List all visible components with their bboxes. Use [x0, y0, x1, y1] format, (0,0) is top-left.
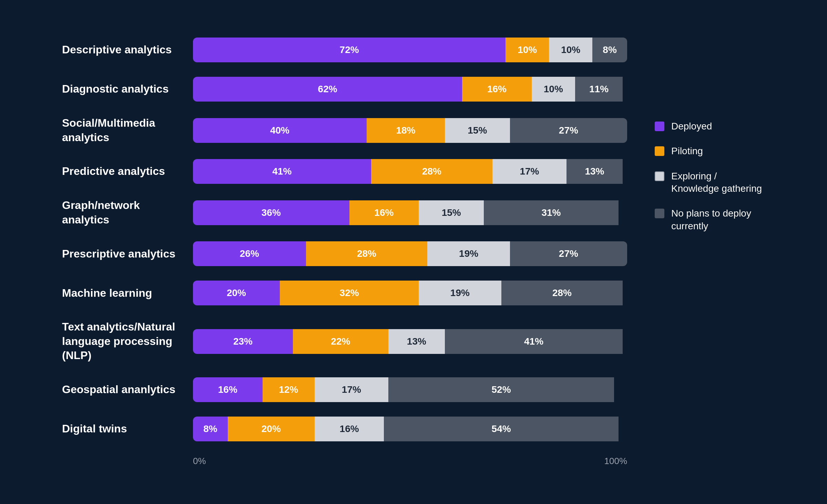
bar-segment: 19%	[427, 241, 510, 266]
row-label: Predictive analytics	[62, 164, 193, 179]
bar-segment: 20%	[193, 281, 280, 305]
bar-segment: 27%	[510, 241, 627, 266]
bar-segment: 28%	[306, 241, 428, 266]
legend-label: No plans to deploy currently	[671, 207, 765, 232]
bar-segment: 26%	[193, 241, 306, 266]
chart-row: Predictive analytics41%28%17%13%	[62, 159, 627, 184]
chart-row: Prescriptive analytics26%28%19%27%	[62, 241, 627, 266]
legend: DeployedPilotingExploring / Knowledge ga…	[655, 38, 765, 232]
bar-segment: 13%	[388, 329, 445, 354]
bar-wrapper: 62%16%10%11%	[193, 77, 627, 102]
chart-row: Graph/network analytics36%16%15%31%	[62, 198, 627, 227]
bar-segment: 8%	[592, 38, 627, 62]
bar-segment: 16%	[315, 417, 384, 441]
row-label: Prescriptive analytics	[62, 247, 193, 261]
chart-row: Digital twins8%20%16%54%	[62, 417, 627, 441]
bar-wrapper: 23%22%13%41%	[193, 329, 627, 354]
legend-item: No plans to deploy currently	[655, 207, 765, 232]
bar-segment: 23%	[193, 329, 293, 354]
bar-segment: 15%	[445, 118, 510, 143]
bar-wrapper: 41%28%17%13%	[193, 159, 627, 184]
bar-segment: 12%	[263, 377, 315, 402]
chart-row: Machine learning20%32%19%28%	[62, 281, 627, 305]
bar-segment: 18%	[367, 118, 445, 143]
bar-wrapper: 72%10%10%8%	[193, 38, 627, 62]
bar-segment: 10%	[532, 77, 575, 102]
bar-segment: 16%	[349, 200, 419, 225]
legend-item: Exploring / Knowledge gathering	[655, 170, 765, 195]
bar-segment: 8%	[193, 417, 228, 441]
bar-wrapper: 40%18%15%27%	[193, 118, 627, 143]
bar-segment: 16%	[193, 377, 263, 402]
legend-label: Piloting	[671, 145, 703, 157]
bar-wrapper: 20%32%19%28%	[193, 281, 627, 305]
bar-segment: 41%	[445, 329, 623, 354]
row-label: Geospatial ananlytics	[62, 382, 193, 397]
bar-segment: 16%	[462, 77, 532, 102]
bar-wrapper: 8%20%16%54%	[193, 417, 627, 441]
bar-segment: 10%	[549, 38, 592, 62]
bar-segment: 17%	[492, 159, 566, 184]
legend-swatch-deployed	[655, 122, 664, 131]
chart-row: Text analytics/Natural language processi…	[62, 320, 627, 363]
chart-row: Diagnostic analytics62%16%10%11%	[62, 77, 627, 102]
chart-main: Descriptive analytics72%10%10%8%Diagnost…	[62, 38, 627, 466]
bar-segment: 10%	[506, 38, 549, 62]
bar-segment: 36%	[193, 200, 349, 225]
bar-segment: 11%	[575, 77, 623, 102]
row-label: Descriptive analytics	[62, 43, 193, 57]
row-label: Text analytics/Natural language processi…	[62, 320, 193, 363]
chart-row: Descriptive analytics72%10%10%8%	[62, 38, 627, 62]
bar-segment: 40%	[193, 118, 367, 143]
bar-segment: 27%	[510, 118, 627, 143]
bar-segment: 19%	[419, 281, 501, 305]
bar-segment: 17%	[315, 377, 388, 402]
bar-wrapper: 36%16%15%31%	[193, 200, 627, 225]
bar-segment: 31%	[484, 200, 619, 225]
row-label: Social/Multimedia analytics	[62, 116, 193, 145]
legend-label: Deployed	[671, 120, 712, 133]
bar-segment: 13%	[566, 159, 623, 184]
legend-swatch-exploring	[655, 171, 664, 181]
bar-wrapper: 26%28%19%27%	[193, 241, 627, 266]
row-label: Graph/network analytics	[62, 198, 193, 227]
bar-segment: 20%	[228, 417, 315, 441]
bar-segment: 41%	[193, 159, 371, 184]
legend-swatch-piloting	[655, 146, 664, 156]
bar-segment: 15%	[419, 200, 484, 225]
bar-segment: 54%	[384, 417, 618, 441]
bar-segment: 28%	[371, 159, 493, 184]
chart-row: Social/Multimedia analytics40%18%15%27%	[62, 116, 627, 145]
axis-row: 0% 100%	[193, 456, 627, 466]
axis-start: 0%	[193, 456, 206, 466]
legend-item: Piloting	[655, 145, 765, 157]
legend-swatch-noplans	[655, 209, 664, 218]
bar-wrapper: 16%12%17%52%	[193, 377, 627, 402]
chart-row: Geospatial ananlytics16%12%17%52%	[62, 377, 627, 402]
bar-segment: 28%	[501, 281, 623, 305]
bar-segment: 22%	[293, 329, 388, 354]
chart-container: Descriptive analytics72%10%10%8%Diagnost…	[34, 17, 793, 487]
row-label: Machine learning	[62, 286, 193, 301]
legend-label: Exploring / Knowledge gathering	[671, 170, 765, 195]
legend-item: Deployed	[655, 120, 765, 133]
row-label: Digital twins	[62, 422, 193, 436]
bar-segment: 72%	[193, 38, 506, 62]
row-label: Diagnostic analytics	[62, 82, 193, 96]
axis-end: 100%	[604, 456, 627, 466]
bar-segment: 32%	[280, 281, 419, 305]
bar-segment: 62%	[193, 77, 462, 102]
bar-segment: 52%	[388, 377, 614, 402]
